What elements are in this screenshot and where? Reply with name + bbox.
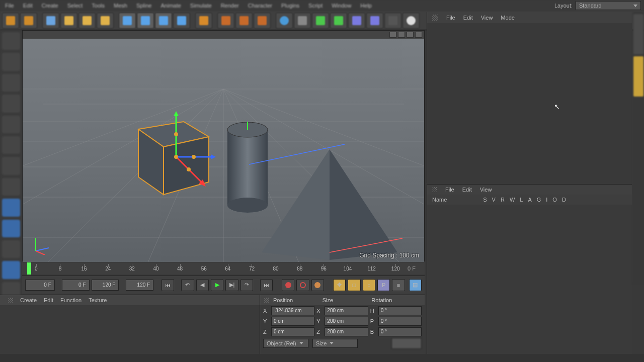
add-deformer-button[interactable] (330, 13, 347, 29)
pos-z-field[interactable]: 0 cm (271, 327, 314, 336)
menu-help[interactable]: Help (360, 3, 372, 9)
mode-model[interactable] (2, 32, 20, 50)
flag-s[interactable]: S (483, 197, 487, 203)
grip-icon[interactable] (432, 187, 437, 192)
frame-current-field[interactable]: 0 F (62, 280, 90, 291)
mode-axis[interactable] (2, 116, 20, 133)
mode-object[interactable] (2, 95, 20, 112)
om-mode[interactable]: Mode (501, 15, 515, 21)
menu-render[interactable]: Render (221, 3, 239, 9)
record-button[interactable] (282, 279, 294, 291)
redo-button[interactable] (20, 13, 37, 29)
add-generator-button[interactable] (312, 13, 329, 29)
om-file[interactable]: File (446, 15, 455, 21)
render-settings-button[interactable] (235, 13, 253, 29)
flag-w[interactable]: W (510, 197, 515, 203)
grip-icon[interactable] (8, 298, 13, 303)
mode-enable-axis[interactable] (2, 199, 20, 216)
right-tab-1[interactable] (633, 14, 643, 54)
main-menubar[interactable]: File Edit Create Select Tools Mesh Splin… (0, 0, 644, 11)
mode-texture[interactable] (2, 53, 20, 70)
move-button[interactable] (60, 13, 77, 29)
pos-y-field[interactable]: 0 cm (271, 317, 314, 326)
layout-dropdown[interactable]: Standard (576, 1, 641, 10)
mode-workplane[interactable] (2, 74, 20, 92)
tab-function[interactable]: Function (60, 297, 82, 303)
flag-d[interactable]: D (562, 197, 566, 203)
add-primitive-button[interactable] (276, 13, 293, 29)
flag-o[interactable]: O (552, 197, 557, 203)
axis-z-button[interactable] (155, 13, 172, 29)
menu-create[interactable]: Create (42, 3, 58, 9)
mode-locked[interactable] (2, 261, 20, 279)
grip-icon[interactable] (264, 298, 269, 303)
key-rot-button[interactable]: ○ (363, 279, 375, 291)
menu-file[interactable]: File (5, 3, 14, 9)
live-select-button[interactable] (42, 13, 59, 29)
flag-v[interactable]: V (492, 197, 496, 203)
flag-i[interactable]: I (546, 197, 547, 203)
axis-y-button[interactable] (137, 13, 154, 29)
timeline-ruler[interactable]: 0 8 16 24 32 40 48 56 64 72 80 88 96 104… (22, 262, 425, 275)
mode-point[interactable] (2, 136, 20, 154)
picture-viewer-button[interactable] (254, 13, 271, 29)
om-view[interactable]: View (481, 15, 493, 21)
viewport-pan-icon[interactable] (389, 32, 396, 38)
key-pla-button[interactable]: ≡ (392, 279, 405, 291)
flag-l[interactable]: L (520, 197, 523, 203)
menu-spline[interactable]: Spline (136, 3, 152, 9)
perspective-viewport[interactable]: Grid Spacing : 100 cm (23, 39, 424, 262)
add-camera-button[interactable] (384, 13, 401, 29)
viewport-toggle-icon[interactable] (415, 32, 422, 38)
menu-edit[interactable]: Edit (23, 3, 33, 9)
tab-create[interactable]: Create (20, 297, 37, 303)
menu-plugins[interactable]: Plugins (281, 3, 299, 9)
axis-x-button[interactable] (119, 13, 136, 29)
add-floor-button[interactable] (366, 13, 383, 29)
rot-p-field[interactable]: 0 ° (378, 317, 422, 326)
step-fwd-button[interactable]: ▶| (225, 279, 238, 291)
step-back-loop-button[interactable]: ↶ (181, 279, 194, 291)
key-pos-button[interactable]: ✥ (333, 279, 346, 291)
scale-button[interactable] (78, 13, 96, 29)
size-y-field[interactable]: 200 cm (325, 317, 368, 326)
menu-tools[interactable]: Tools (92, 3, 105, 9)
viewport-dolly-icon[interactable] (398, 32, 405, 38)
render-view-button[interactable] (195, 13, 212, 29)
size-mode-dropdown[interactable]: Size (312, 339, 358, 348)
viewport-orbit-icon[interactable] (407, 32, 414, 38)
goto-end-button[interactable]: ⏭ (260, 279, 273, 291)
object-manager-body[interactable]: ↖ (427, 23, 632, 183)
add-light-button[interactable] (403, 13, 420, 29)
flag-a[interactable]: A (528, 197, 531, 203)
menu-simulate[interactable]: Simulate (190, 3, 212, 9)
am-view[interactable]: View (480, 187, 492, 193)
size-z-field[interactable]: 200 cm (325, 327, 368, 336)
menu-mesh[interactable]: Mesh (114, 3, 127, 9)
add-environment-button[interactable] (348, 13, 365, 29)
menu-window[interactable]: Window (332, 3, 351, 9)
menu-script[interactable]: Script (308, 3, 323, 9)
autokey-button[interactable] (296, 279, 309, 291)
mode-edge[interactable] (2, 157, 20, 174)
tab-texture[interactable]: Texture (89, 297, 107, 303)
flag-r[interactable]: R (501, 197, 505, 203)
goto-start-button[interactable]: ⏮ (162, 279, 174, 291)
am-file[interactable]: File (445, 187, 454, 193)
frame-range-end-field[interactable]: 120 F (92, 280, 119, 291)
grip-icon[interactable] (432, 15, 438, 21)
right-tab-2[interactable] (633, 56, 643, 97)
step-fwd-loop-button[interactable]: ↷ (240, 279, 253, 291)
menu-animate[interactable]: Animate (160, 3, 181, 9)
key-scale-button[interactable]: □ (348, 279, 360, 291)
am-edit[interactable]: Edit (462, 187, 472, 193)
step-back-button[interactable]: ◀ (196, 279, 209, 291)
mode-viewport[interactable] (2, 220, 20, 237)
coord-system-button[interactable] (173, 13, 190, 29)
rot-b-field[interactable]: 0 ° (378, 327, 422, 336)
pos-x-field[interactable]: -324.839 cm (271, 306, 314, 315)
frame-end-field[interactable]: 120 F (126, 280, 153, 291)
rot-h-field[interactable]: 0 ° (378, 306, 422, 315)
undo-button[interactable] (2, 13, 19, 29)
key-param-button[interactable]: P (377, 279, 390, 291)
